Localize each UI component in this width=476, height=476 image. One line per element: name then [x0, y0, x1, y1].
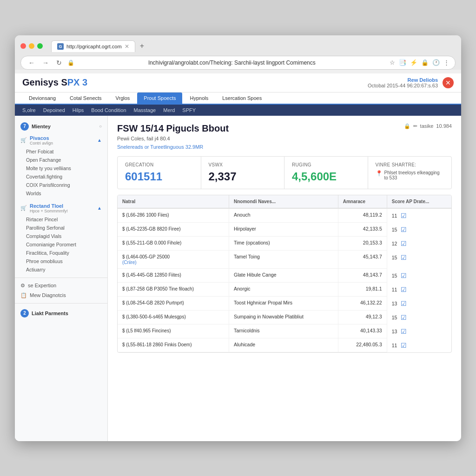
browser-tab-active[interactable]: G http://pgricapht.ogrt.com ✕ [51, 40, 135, 52]
address-bar: ← → ↻ 🔒 lnchivigral/angrolabt.con/Thelci… [20, 56, 456, 70]
checkbox-icon-1[interactable]: ☑ [401, 226, 407, 233]
sidebar-item-worlds[interactable]: Worlds [15, 189, 107, 198]
sec-nav-merd[interactable]: Merd [163, 106, 175, 114]
maximize-traffic-light[interactable] [37, 43, 43, 49]
sec-nav-hilps[interactable]: Hilps [73, 106, 84, 114]
menu-icon[interactable]: ⋮ [443, 59, 450, 66]
table-cell-amount-4: 48,143.7 [338, 269, 387, 283]
page-link[interactable]: Snelereads or Tureetlinguous 32.9MR [117, 144, 203, 150]
main-nav: Devionsang Cotal Senects Vrglos Prout Sp… [15, 93, 461, 105]
table-row: $ (L08-254-GB 2820 Purtnprt) Toost Hghni… [118, 297, 451, 311]
close-traffic-light[interactable] [20, 43, 26, 49]
sidebar-expertion[interactable]: ⚙ se Expertion [15, 281, 107, 291]
tab-lsercation-spoes[interactable]: Lsercation Spoes [216, 93, 268, 104]
checkbox-icon-7[interactable]: ☑ [401, 314, 407, 321]
sidebar-divider-1 [15, 278, 107, 278]
sidebar-group1-header[interactable]: 🛒 Pivacos Contri avlign ▲ [15, 133, 107, 147]
group1-subtitle: Contri avlign [30, 141, 53, 145]
stats-row: Grecation 601511 VSWX 2,337 Ruging 4,5,6… [117, 156, 452, 189]
sidebar-item-phroe[interactable]: Phroe omobliuus [15, 257, 107, 265]
checkbox-icon-3[interactable]: ☑ [401, 254, 407, 261]
back-button[interactable]: ← [26, 58, 37, 67]
table-cell-amount-9: 22,480.05.3 [338, 338, 387, 352]
table-header-row: Natral Nnomondi Naves... Amnarace Score … [118, 195, 451, 208]
sec-nav-bood[interactable]: Bood Condition [91, 106, 126, 114]
table-row: $ (L380-500-6-s465 Mulesgps) Sumpaing in… [118, 311, 451, 324]
score-value-8: 13 [392, 329, 397, 334]
sidebar-item-firaclitica[interactable]: Firaclitica, Foquality [15, 249, 107, 257]
sidebar-section1-title: Mientey [32, 124, 96, 129]
browser-window: G http://pgricapht.ogrt.com ✕ + ← → ↻ 🔒 … [15, 35, 461, 441]
sidebar-group2-header[interactable]: 🛒 Rectand Tloel Hpce + Sommmmfy! ▲ [15, 201, 107, 215]
lock-icon: 🔒 [67, 60, 74, 66]
sidebar-item-comonianige[interactable]: Comonianige Poromert [15, 240, 107, 249]
tab-hypnols[interactable]: Hypnols [183, 93, 215, 104]
sec-nav-depoined[interactable]: Depoined [43, 106, 65, 114]
checkbox-icon-9[interactable]: ☑ [401, 342, 407, 349]
tab-prout-spoects[interactable]: Prout Spoects [137, 93, 182, 104]
sidebar-item-pher-fobicat[interactable]: Pher Fobicat [15, 147, 107, 156]
table-row: $ (L45-445-GB 12850 Fiites) Glate Hibule… [118, 269, 451, 283]
logo-text: Genisys S [22, 77, 67, 87]
refresh-button[interactable]: ↻ [54, 58, 64, 67]
tab-label: http://pgricapht.ogrt.com [66, 44, 122, 49]
table-cell-amount-5: 19,81.1 [338, 283, 387, 297]
stat-ruging-value: 4,5,600E [292, 170, 360, 183]
forward-button[interactable]: → [40, 58, 51, 67]
checkbox-icon-5[interactable]: ☑ [401, 286, 407, 293]
table-cell-code-9: $ (L55-861-18 2860 Finkis Doem) [118, 338, 229, 352]
sidebar-item-actiuarry[interactable]: Actiuarry [15, 265, 107, 274]
checkbox-icon-4[interactable]: ☑ [401, 272, 407, 279]
checkbox-icon-0[interactable]: ☑ [401, 212, 407, 219]
table-cell-name-1: Hirpolayer [229, 223, 338, 237]
minimize-traffic-light[interactable] [29, 43, 34, 49]
browser-chrome: G http://pgricapht.ogrt.com ✕ + ← → ↻ 🔒 … [15, 35, 461, 70]
sidebar-item-parolling[interactable]: Parolling Serfonal [15, 224, 107, 232]
sidebar-section-mientey[interactable]: 7 Mientey ○ [15, 119, 107, 133]
sidebar-divider-2 [15, 303, 107, 304]
checkbox-icon-6[interactable]: ☑ [401, 300, 407, 307]
zap-icon[interactable]: ⚡ [410, 59, 417, 66]
address-text[interactable]: lnchivigral/angrolabt.con/Thelcing: Sarc… [78, 60, 386, 66]
col-header-score: Score AP Drate... [387, 195, 451, 208]
stat-grecation: Grecation 601511 [118, 157, 201, 189]
sidebar-item-open-fachange[interactable]: Open Fachange [15, 156, 107, 164]
close-app-button[interactable]: ✕ [443, 77, 454, 88]
sidebar: 7 Mientey ○ 🛒 Pivacos Contri avlign ▲ Ph… [15, 116, 108, 441]
stat-location-text: Phlset tneeloys elkeagging to 533 [384, 170, 444, 180]
expand-icon: ○ [99, 124, 102, 129]
table-cell-name-9: Aluhicade [229, 338, 338, 352]
sec-nav-spfy[interactable]: SPFY [182, 106, 196, 114]
table-cell-name-8: Tarnicoldnis [229, 324, 338, 338]
lock2-icon[interactable]: 🔒 [421, 59, 429, 66]
sec-nav-masstage[interactable]: Masstage [134, 106, 156, 114]
checkbox-icon-8[interactable]: ☑ [401, 328, 407, 335]
tab-devionsang[interactable]: Devionsang [22, 93, 62, 104]
actions-num: 10.984 [436, 123, 452, 129]
sidebar-section-liakt[interactable]: 2 Liakt Parments [15, 306, 107, 320]
bookmark-icon[interactable]: 📑 [399, 59, 406, 66]
data-table: Natral Nnomondi Naves... Amnarace Score … [118, 195, 451, 353]
sidebar-item-covertali[interactable]: Covertali.fighting [15, 172, 107, 181]
sidebar-item-rirtacer[interactable]: Rirtacer Pincel [15, 215, 107, 224]
browser-titlebar: G http://pgricapht.ogrt.com ✕ + [20, 40, 456, 52]
checkbox-icon-2[interactable]: ☑ [401, 240, 407, 247]
stat-vinre: Vinre Shartre: 📍 Phlset tneeloys elkeagg… [368, 157, 452, 189]
sidebar-group-pivacos: 🛒 Pivacos Contri avlign ▲ Pher Fobicat O… [15, 133, 107, 198]
score-value-4: 15 [392, 273, 397, 278]
new-tab-button[interactable]: + [136, 40, 148, 52]
table-cell-score-2: 12 ☑ [387, 237, 451, 251]
edit-action-icon[interactable]: ✏ [413, 123, 417, 129]
sidebar-item-coix[interactable]: COIX Parisfilconring [15, 181, 107, 189]
tab-vrglos[interactable]: Vrglos [109, 93, 137, 104]
tab-close-icon[interactable]: ✕ [125, 43, 129, 50]
sidebar-diagnotcis[interactable]: 📋 Mew Diagnotcis [15, 291, 107, 300]
sidebar-item-cornplagid[interactable]: Cornplagid Vials [15, 232, 107, 240]
stat-ruging: Ruging 4,5,600E [284, 157, 368, 189]
sec-nav-solre[interactable]: S,olre [22, 106, 36, 114]
table-cell-score-4: 15 ☑ [387, 269, 451, 283]
tab-cotal-senects[interactable]: Cotal Senects [63, 93, 108, 104]
history-icon[interactable]: 🕐 [432, 59, 440, 66]
star-icon[interactable]: ☆ [390, 59, 395, 66]
sidebar-item-molte[interactable]: Molte ty you velliians [15, 164, 107, 172]
